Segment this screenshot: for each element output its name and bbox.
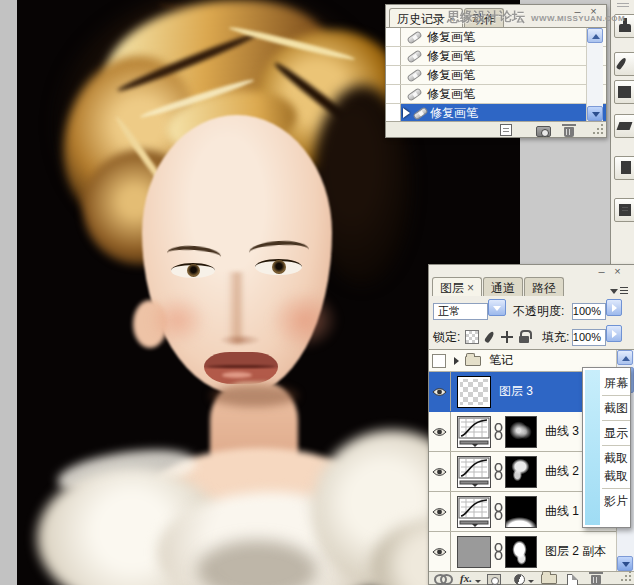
cheek-blush (149, 295, 207, 345)
opacity-value[interactable]: 100% (572, 303, 606, 320)
panel-menu-icon[interactable] (610, 285, 628, 297)
resize-grip[interactable] (621, 571, 631, 581)
tab-close-icon[interactable]: × (448, 12, 455, 26)
healing-brush-icon (406, 68, 422, 82)
tab-channels[interactable]: 通道 (483, 277, 523, 296)
tab-actions[interactable]: 动作 (464, 8, 504, 27)
lip-line (207, 365, 275, 368)
folder-icon (465, 356, 481, 366)
history-list: 修复画笔 修复画笔 修复画笔 修复画笔 修复画笔 (386, 27, 606, 121)
curves-adjustment-thumbnail[interactable] (457, 456, 491, 488)
visibility-toggle[interactable] (429, 412, 451, 451)
history-source-checkbox[interactable] (386, 28, 401, 46)
scroll-up-icon[interactable] (587, 28, 603, 43)
layer-style-menu-arrow-icon (475, 580, 481, 583)
workspace-gutter-left (0, 0, 17, 585)
visibility-toggle[interactable] (429, 492, 451, 531)
delete-layer-icon[interactable] (591, 575, 601, 585)
tab-close-icon[interactable]: × (467, 281, 474, 295)
layer-row[interactable]: 图层 2 副本 (429, 532, 617, 571)
brush-icon (616, 57, 628, 71)
history-state-row[interactable]: 修复画笔 (386, 66, 606, 85)
menu-item[interactable]: 显示 (604, 424, 630, 442)
history-source-checkbox[interactable] (386, 85, 401, 103)
visibility-toggle[interactable] (429, 452, 451, 491)
layer-mask-thumbnail[interactable] (505, 496, 537, 528)
blend-mode-select[interactable]: 正常 (433, 303, 488, 320)
history-state-row[interactable]: 修复画笔 (386, 47, 606, 66)
visibility-toggle[interactable] (429, 532, 451, 571)
tab-history[interactable]: 历史记录× (389, 8, 463, 27)
scroll-down-icon[interactable] (617, 556, 633, 571)
layer-style-icon[interactable]: fx. (460, 572, 472, 584)
toolbox-drag-handle[interactable] (617, 3, 629, 7)
history-tabs: 历史记录× 动作 (389, 8, 504, 27)
history-source-checkbox[interactable] (386, 47, 401, 65)
minimize-button[interactable]: – (595, 266, 608, 277)
new-snapshot-icon[interactable] (536, 126, 551, 137)
brush-tool-button[interactable] (614, 52, 634, 76)
expand-triangle-icon[interactable] (454, 357, 459, 365)
lock-image-icon[interactable] (483, 330, 497, 344)
history-state-row[interactable]: 修复画笔 (386, 85, 606, 104)
layer-thumbnail[interactable] (457, 536, 491, 568)
minimize-button[interactable]: – (571, 6, 584, 17)
curves-adjustment-thumbnail[interactable] (457, 496, 491, 528)
delete-state-icon[interactable] (564, 127, 574, 137)
layer-mask-thumbnail[interactable] (505, 416, 537, 448)
new-group-icon[interactable] (541, 574, 557, 584)
history-source-checkbox[interactable] (386, 66, 401, 84)
opacity-spinner-icon[interactable] (606, 299, 622, 316)
new-document-from-state-icon[interactable] (500, 124, 512, 136)
menu-item[interactable]: 屏幕 (604, 374, 630, 392)
layers-tabs: 图层× 通道 路径 (432, 277, 564, 296)
eye-icon (432, 467, 447, 477)
history-brush-tool-button[interactable] (614, 80, 634, 104)
close-button[interactable]: × (611, 266, 624, 277)
visibility-checkbox[interactable] (432, 354, 446, 368)
eye-icon (432, 427, 447, 437)
menu-separator (602, 445, 630, 446)
pen-tool-button[interactable] (614, 156, 634, 180)
history-state-row[interactable]: 修复画笔 (386, 28, 606, 47)
close-button[interactable]: × (587, 6, 600, 17)
scroll-up-icon[interactable] (617, 350, 633, 365)
history-source-checkbox[interactable] (386, 104, 401, 121)
fill-spinner-icon[interactable] (606, 325, 622, 342)
tab-layers[interactable]: 图层× (432, 277, 482, 296)
lock-all-icon[interactable] (517, 330, 531, 344)
visibility-toggle[interactable] (429, 372, 451, 411)
layer-mask-thumbnail[interactable] (505, 456, 537, 488)
eraser-tool-button[interactable] (614, 114, 634, 138)
opacity-label: 不透明度: (513, 303, 564, 320)
add-mask-icon[interactable] (487, 574, 501, 585)
menu-item[interactable]: 截取 (604, 467, 630, 485)
resize-grip[interactable] (593, 124, 603, 134)
new-layer-icon[interactable] (567, 574, 578, 585)
scroll-down-icon[interactable] (587, 106, 603, 121)
history-state-row-selected[interactable]: 修复画笔 (386, 104, 606, 121)
notes-tool-button[interactable] (614, 198, 634, 222)
history-scrollbar[interactable] (586, 28, 603, 121)
lock-row: 锁定: 填充: 100% (429, 325, 634, 349)
tab-paths[interactable]: 路径 (524, 277, 564, 296)
lock-position-icon[interactable] (500, 330, 514, 344)
blend-row: 正常 不透明度: 100% (429, 299, 634, 323)
curves-icon (458, 457, 490, 487)
fill-value[interactable]: 100% (572, 329, 606, 346)
layer-thumbnail[interactable] (457, 376, 491, 408)
adjustment-layer-icon[interactable] (514, 574, 525, 585)
layer-mask-thumbnail[interactable] (505, 536, 537, 568)
menu-separator (602, 420, 630, 421)
clone-stamp-tool-button[interactable] (614, 14, 634, 38)
history-brush-icon (618, 86, 631, 98)
menu-item[interactable]: 截取 (604, 449, 630, 467)
curves-adjustment-thumbnail[interactable] (457, 416, 491, 448)
cheek-blush (269, 290, 339, 350)
blend-mode-dropdown-icon[interactable] (488, 299, 506, 316)
menu-item[interactable]: 影片 (604, 492, 630, 510)
menu-item[interactable]: 截图 (604, 399, 630, 417)
lock-transparency-icon[interactable] (465, 330, 479, 344)
link-layers-icon[interactable] (434, 574, 450, 582)
link-icon (494, 543, 503, 560)
